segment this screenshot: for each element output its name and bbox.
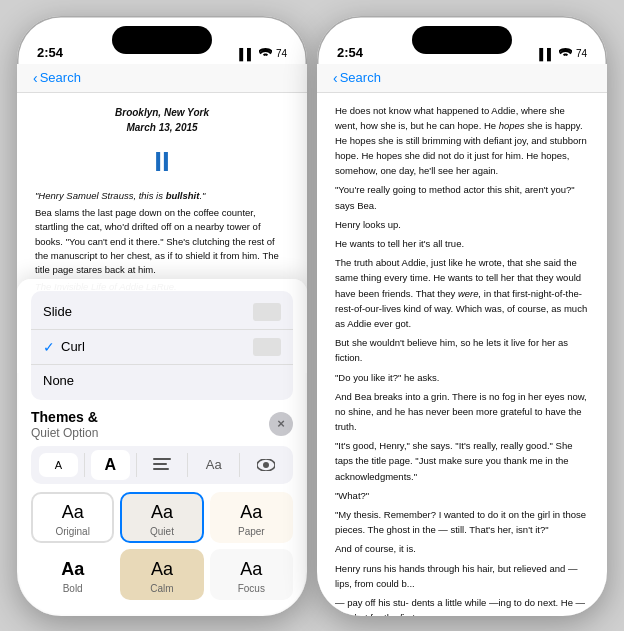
theme-paper-aa: Aa bbox=[240, 502, 262, 523]
theme-original-label: Original bbox=[55, 526, 89, 537]
font-controls-row: A A Aa bbox=[31, 446, 293, 484]
book-area-2: He does not know what happened to Addie,… bbox=[317, 93, 607, 616]
curl-label: Curl bbox=[61, 339, 85, 354]
none-label: None bbox=[43, 373, 74, 388]
quiet-option-label: Quiet Option bbox=[31, 426, 98, 440]
battery-icon-2: 74 bbox=[576, 48, 587, 59]
font-increase-button[interactable]: A bbox=[91, 450, 130, 480]
slide-icon bbox=[253, 303, 281, 321]
theme-grid: Aa Original Aa Quiet Aa Paper Aa Bold bbox=[31, 492, 293, 600]
font-divider-4 bbox=[239, 453, 240, 477]
nav-back-1[interactable]: ‹ Search bbox=[33, 70, 81, 86]
font-divider-2 bbox=[136, 453, 137, 477]
wifi-icon-2 bbox=[559, 48, 572, 60]
time-2: 2:54 bbox=[337, 45, 363, 60]
theme-quiet-aa: Aa bbox=[151, 502, 173, 523]
signal-icon-2: ▌▌ bbox=[539, 48, 555, 60]
theme-bold[interactable]: Aa Bold bbox=[31, 549, 114, 600]
font-type-button[interactable]: Aa bbox=[194, 453, 233, 476]
time-1: 2:54 bbox=[37, 45, 63, 60]
svg-point-4 bbox=[263, 462, 269, 468]
close-button[interactable]: × bbox=[269, 412, 293, 436]
format-button[interactable] bbox=[143, 454, 182, 476]
theme-quiet-label: Quiet bbox=[150, 526, 174, 537]
scroll-options: Slide ✓ Curl None bbox=[31, 291, 293, 400]
font-divider-1 bbox=[84, 453, 85, 477]
signal-icon: ▌▌ bbox=[239, 48, 255, 60]
phone-2: 2:54 ▌▌ 74 ‹ Search He does not know wha… bbox=[317, 16, 607, 616]
slide-option[interactable]: Slide bbox=[31, 295, 293, 330]
themes-header-row: Themes & Quiet Option × bbox=[31, 408, 293, 440]
nav-bar-1: ‹ Search bbox=[17, 64, 307, 93]
large-a-label: A bbox=[104, 456, 116, 474]
font-divider-3 bbox=[187, 453, 188, 477]
theme-paper-label: Paper bbox=[238, 526, 265, 537]
small-a-label: A bbox=[55, 459, 62, 471]
theme-calm-label: Calm bbox=[150, 583, 173, 594]
slide-label: Slide bbox=[43, 304, 72, 319]
theme-bold-aa: Aa bbox=[61, 559, 84, 580]
phone1-content: ‹ Search Brooklyn, New York March 13, 20… bbox=[17, 64, 307, 616]
theme-calm[interactable]: Aa Calm bbox=[120, 549, 203, 600]
format-icon bbox=[153, 458, 171, 472]
check-icon: ✓ bbox=[43, 339, 55, 355]
theme-focus-label: Focus bbox=[238, 583, 265, 594]
svg-rect-2 bbox=[153, 468, 169, 470]
back-chevron-2: ‹ bbox=[333, 70, 338, 86]
font-decrease-button[interactable]: A bbox=[39, 453, 78, 477]
svg-rect-0 bbox=[153, 458, 171, 460]
theme-focus-aa: Aa bbox=[240, 559, 262, 580]
overlay-panel: Slide ✓ Curl None bbox=[17, 279, 307, 616]
theme-original[interactable]: Aa Original bbox=[31, 492, 114, 543]
none-option[interactable]: None bbox=[31, 365, 293, 396]
themes-section-label: Themes & Quiet Option bbox=[31, 408, 98, 440]
phones-container: 2:54 ▌▌ 74 ‹ Search Brooklyn, New York M… bbox=[17, 16, 607, 616]
dynamic-island bbox=[112, 26, 212, 54]
eye-button[interactable] bbox=[246, 455, 285, 475]
svg-rect-1 bbox=[153, 463, 167, 465]
chapter-number: II bbox=[35, 140, 289, 183]
phone2-content: ‹ Search He does not know what happened … bbox=[317, 64, 607, 616]
phone-1: 2:54 ▌▌ 74 ‹ Search Brooklyn, New York M… bbox=[17, 16, 307, 616]
battery-icon: 74 bbox=[276, 48, 287, 59]
theme-calm-aa: Aa bbox=[151, 559, 173, 580]
curl-icon bbox=[253, 338, 281, 356]
theme-focus[interactable]: Aa Focus bbox=[210, 549, 293, 600]
status-icons-2: ▌▌ 74 bbox=[539, 48, 587, 60]
status-icons-1: ▌▌ 74 bbox=[239, 48, 287, 60]
theme-paper[interactable]: Aa Paper bbox=[210, 492, 293, 543]
dynamic-island-2 bbox=[412, 26, 512, 54]
theme-original-aa: Aa bbox=[62, 502, 84, 523]
eye-icon bbox=[257, 459, 275, 471]
curl-option[interactable]: ✓ Curl bbox=[31, 330, 293, 365]
book-location: Brooklyn, New York March 13, 2015 bbox=[35, 105, 289, 136]
back-chevron-1: ‹ bbox=[33, 70, 38, 86]
back-label-2: Search bbox=[340, 70, 381, 85]
back-label-1: Search bbox=[40, 70, 81, 85]
wifi-icon bbox=[259, 48, 272, 60]
theme-bold-label: Bold bbox=[63, 583, 83, 594]
nav-back-2[interactable]: ‹ Search bbox=[333, 70, 381, 86]
theme-quiet[interactable]: Aa Quiet bbox=[120, 492, 203, 543]
nav-bar-2: ‹ Search bbox=[317, 64, 607, 93]
